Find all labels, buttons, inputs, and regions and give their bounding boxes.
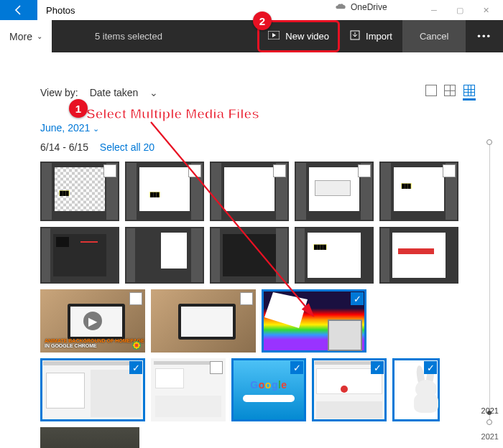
view-single-icon[interactable] <box>425 85 437 96</box>
annotation-step-1-text: Select Multiple Media Files <box>86 106 259 122</box>
onedrive-label: OneDrive <box>351 2 387 12</box>
cancel-label: Cancel <box>420 31 448 42</box>
app-title: Photos <box>46 5 75 16</box>
thumbnail-checkbox[interactable]: ✓ <box>129 361 142 374</box>
play-icon: ▶ <box>83 312 102 330</box>
thumbnail[interactable]: ███ <box>379 162 458 221</box>
thumbnail[interactable]: Google ✓ <box>231 358 306 421</box>
chevron-down-icon: ⌄ <box>149 87 158 98</box>
month-label: June, 2021 <box>40 122 90 134</box>
thumbnail[interactable] <box>151 289 256 353</box>
thumbnail[interactable]: ✓ <box>392 358 440 421</box>
thumbnail-checkbox[interactable] <box>443 164 456 177</box>
thumbnail[interactable] <box>379 227 458 284</box>
import-icon <box>350 30 360 42</box>
thumbnail-checkbox[interactable] <box>188 164 201 177</box>
close-button[interactable]: ✕ <box>473 0 499 20</box>
thumbnail[interactable] <box>125 227 204 284</box>
timeline-current-year: 2021 <box>481 406 499 415</box>
cloud-icon <box>335 2 351 12</box>
more-icon: ••• <box>477 31 492 42</box>
back-button[interactable] <box>0 0 37 20</box>
svg-marker-1 <box>272 33 276 37</box>
thumbnail[interactable] <box>210 227 289 284</box>
timeline-dot <box>486 419 492 425</box>
thumbnail[interactable]: ▶ ANIMATE BACKGROUND OF HOMEPAGEIN GOOGL… <box>40 289 145 353</box>
video-icon <box>268 31 280 42</box>
thumbnail[interactable]: ████ <box>295 227 374 284</box>
thumbnail-checkbox[interactable]: ✓ <box>351 292 364 305</box>
cancel-button[interactable]: Cancel <box>402 20 466 52</box>
thumbnail-checkbox[interactable]: ✓ <box>424 361 437 374</box>
minimize-button[interactable]: ─ <box>421 0 447 20</box>
thumbnail[interactable]: ███ <box>125 162 204 221</box>
new-video-label: New video <box>285 31 329 42</box>
thumbnail-checkbox[interactable] <box>129 292 142 305</box>
thumbnail[interactable] <box>210 162 289 221</box>
more-label: More <box>9 31 32 42</box>
thumbnail[interactable] <box>151 358 226 421</box>
maximize-button[interactable]: ▢ <box>447 0 473 20</box>
more-dropdown[interactable]: More ⌄ <box>0 20 52 52</box>
view-by-label: View by: <box>40 87 78 98</box>
thumbnail[interactable]: ✓ <box>312 358 387 421</box>
thumbnail[interactable]: ███ <box>40 162 119 221</box>
thumbnail[interactable] <box>40 227 119 284</box>
thumbnail-caption: ANIMATE BACKGROUND OF HOMEPAGE <box>45 338 144 343</box>
thumbnail-subcaption: IN GOOGLE CHROME <box>45 343 97 348</box>
thumbnail-checkbox[interactable]: ✓ <box>290 361 303 374</box>
view-grid-medium-icon[interactable] <box>444 85 456 96</box>
import-label: Import <box>366 31 392 42</box>
timeline-dot <box>486 139 492 145</box>
month-link[interactable]: June, 2021⌄ <box>40 122 99 134</box>
thumbnail-caption: HOW TO INSTALL MIDI DRIVERS IN WINDOWS 1… <box>40 427 139 448</box>
selection-count: 5 items selected <box>95 31 162 42</box>
thumbnail[interactable]: ✓ <box>262 289 366 353</box>
thumbnail-checkbox[interactable] <box>210 361 223 374</box>
thumbnail-checkbox[interactable] <box>103 164 116 177</box>
timeline-year-label: 2021 <box>481 432 499 441</box>
annotation-step-1-badge: 1 <box>69 99 88 118</box>
thumbnail[interactable] <box>295 162 374 221</box>
chevron-down-icon: ⌄ <box>37 32 42 40</box>
thumbnail-checkbox[interactable] <box>358 164 371 177</box>
thumbnail[interactable]: ✓ <box>40 358 145 421</box>
onedrive-button[interactable]: OneDrive <box>335 2 387 12</box>
select-all-link[interactable]: Select all 20 <box>100 141 154 153</box>
chevron-down-icon: ⌄ <box>93 124 99 133</box>
overflow-button[interactable]: ••• <box>466 20 503 52</box>
thumbnail[interactable]: HOW TO INSTALL MIDI DRIVERS IN WINDOWS 1… <box>40 427 139 448</box>
annotation-step-2-badge: 2 <box>253 11 272 30</box>
thumbnail-caption: Google <box>250 379 287 391</box>
thumbnail-checkbox[interactable] <box>240 292 253 305</box>
thumbnail-checkbox[interactable]: ✓ <box>371 361 384 374</box>
thumbnail-grid: ███ ███ ███ ████ <box>40 162 471 448</box>
view-grid-small-icon[interactable] <box>463 85 475 96</box>
view-by-dropdown[interactable]: View by: Date taken ⌄ <box>40 87 158 98</box>
view-by-value: Date taken <box>90 87 139 98</box>
date-range: 6/14 - 6/15 <box>40 141 88 153</box>
timeline-scrollbar[interactable]: 2021 2021 <box>480 136 499 441</box>
thumbnail-checkbox[interactable] <box>273 164 286 177</box>
import-button[interactable]: Import <box>340 20 402 52</box>
